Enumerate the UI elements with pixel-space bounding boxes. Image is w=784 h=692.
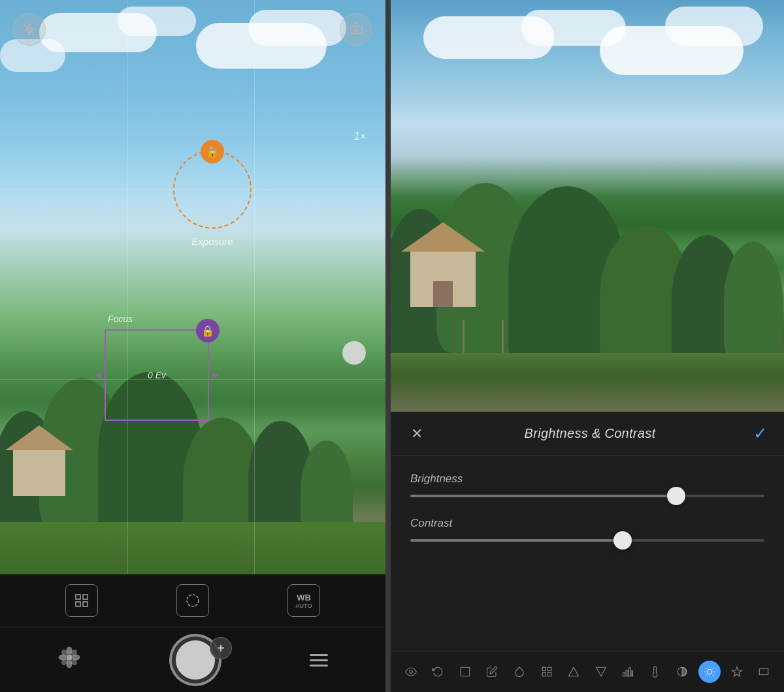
edit-icon-button[interactable] bbox=[481, 661, 503, 683]
color-icon-button[interactable] bbox=[508, 661, 531, 683]
brightness-row: Brightness bbox=[410, 472, 764, 497]
panel-divider bbox=[385, 0, 391, 692]
svg-rect-27 bbox=[632, 671, 633, 676]
temperature-icon-button[interactable] bbox=[644, 661, 666, 683]
svg-line-36 bbox=[706, 675, 706, 676]
flip-camera-button[interactable] bbox=[340, 13, 372, 46]
zoom-label: 1× bbox=[354, 131, 366, 142]
border-icon-button[interactable] bbox=[753, 661, 775, 683]
camera-scene bbox=[0, 0, 385, 574]
eye-icon-button[interactable] bbox=[400, 661, 422, 683]
focus-lock-icon: 🔒 bbox=[196, 319, 220, 342]
brightness-icon-button[interactable] bbox=[698, 661, 721, 683]
svg-rect-5 bbox=[83, 602, 88, 606]
focus-arrow-left: ◄ bbox=[93, 369, 103, 381]
sharpen-icon-button[interactable] bbox=[726, 661, 748, 683]
photo-preview bbox=[391, 0, 784, 412]
shutter-inner bbox=[176, 640, 215, 680]
gradient-icon-button[interactable] bbox=[590, 661, 612, 683]
brightness-thumb[interactable] bbox=[667, 487, 685, 505]
exposure-mode-button[interactable] bbox=[176, 584, 209, 617]
brightness-fill bbox=[410, 495, 676, 497]
exposure-label: Exposure bbox=[191, 236, 233, 247]
contrast-label: Contrast bbox=[410, 517, 764, 530]
svg-point-1 bbox=[354, 28, 358, 32]
edit-panel: ✕ Brightness & Contrast ✓ Brightness Con… bbox=[385, 0, 784, 692]
preview-tree-6 bbox=[724, 242, 783, 359]
svg-rect-18 bbox=[542, 667, 546, 670]
brightness-label: Brightness bbox=[410, 472, 764, 486]
svg-rect-19 bbox=[547, 667, 551, 670]
brightness-contrast-panel: ✕ Brightness & Contrast ✓ Brightness Con… bbox=[391, 412, 784, 692]
svg-point-6 bbox=[187, 595, 199, 606]
exposure-control[interactable]: 🔒 Exposure bbox=[173, 150, 252, 229]
exposure-lock-icon: 🔒 bbox=[201, 140, 224, 163]
contrast-fill bbox=[410, 539, 623, 542]
svg-rect-2 bbox=[76, 595, 80, 599]
focus-control[interactable]: Focus 🔒 0 Ev ◄ ► bbox=[105, 314, 209, 421]
edit-header: ✕ Brightness & Contrast ✓ bbox=[391, 412, 784, 456]
contrast-row: Contrast bbox=[410, 517, 764, 542]
close-button[interactable]: ✕ bbox=[407, 424, 427, 444]
vignette-icon-button[interactable] bbox=[563, 661, 585, 683]
svg-rect-24 bbox=[623, 673, 625, 676]
right-content: ✕ Brightness & Contrast ✓ Brightness Con… bbox=[391, 0, 784, 692]
confirm-button[interactable]: ✓ bbox=[753, 423, 768, 444]
plus-button[interactable]: + bbox=[210, 637, 232, 659]
camera-viewfinder: 1× 🔒 Exposure Focus 🔒 0 Ev ◄ ► bbox=[0, 0, 385, 692]
svg-marker-23 bbox=[596, 667, 606, 676]
svg-rect-26 bbox=[629, 668, 631, 676]
contrast-thumb[interactable] bbox=[613, 531, 632, 550]
flash-button[interactable] bbox=[13, 13, 46, 46]
preview-house-body bbox=[410, 252, 476, 307]
svg-marker-22 bbox=[569, 667, 579, 676]
focus-box: 🔒 0 Ev ◄ ► bbox=[105, 329, 209, 421]
invert-icon-button[interactable] bbox=[671, 661, 693, 683]
exposure-slider-dot[interactable] bbox=[342, 341, 366, 365]
preview-cloud-4 bbox=[665, 7, 763, 46]
rotate-icon-button[interactable] bbox=[427, 661, 449, 683]
bottom-toolbar: WB AUTO + bbox=[0, 574, 385, 692]
panel-title: Brightness & Contrast bbox=[525, 426, 656, 441]
svg-point-16 bbox=[410, 670, 413, 674]
camera-modes: WB AUTO bbox=[0, 574, 385, 627]
sliders-area: Brightness Contrast bbox=[391, 456, 784, 651]
svg-rect-21 bbox=[542, 673, 546, 676]
svg-rect-25 bbox=[626, 670, 628, 676]
svg-rect-3 bbox=[83, 595, 88, 599]
svg-rect-17 bbox=[461, 667, 470, 676]
svg-point-29 bbox=[707, 669, 712, 674]
lawn bbox=[0, 522, 385, 574]
brightness-track[interactable] bbox=[410, 495, 764, 497]
focus-mode-button[interactable] bbox=[65, 584, 98, 617]
macro-button[interactable] bbox=[57, 646, 81, 674]
preview-ground bbox=[391, 353, 784, 412]
svg-line-37 bbox=[713, 668, 713, 668]
house-roof bbox=[5, 425, 73, 450]
mosaic-icon-button[interactable] bbox=[536, 661, 558, 683]
svg-rect-4 bbox=[76, 602, 80, 606]
svg-rect-20 bbox=[547, 673, 551, 676]
svg-line-33 bbox=[713, 675, 713, 676]
camera-actions: + bbox=[0, 627, 385, 692]
house-body bbox=[13, 450, 65, 496]
crop-icon-button[interactable] bbox=[454, 661, 476, 683]
svg-line-32 bbox=[706, 668, 706, 668]
wb-mode-button[interactable]: WB AUTO bbox=[287, 584, 320, 617]
focus-label: Focus bbox=[108, 314, 209, 324]
bottom-icons-bar bbox=[391, 651, 784, 692]
svg-rect-38 bbox=[759, 669, 768, 675]
focus-arrow-right: ► bbox=[210, 369, 221, 381]
preview-house-door bbox=[433, 281, 453, 307]
ev-value: 0 Ev bbox=[148, 370, 166, 380]
contrast-track[interactable] bbox=[410, 539, 764, 542]
top-controls bbox=[13, 13, 372, 46]
histogram-icon-button[interactable] bbox=[617, 661, 639, 683]
exposure-ring: 🔒 bbox=[173, 150, 252, 229]
menu-button[interactable] bbox=[310, 654, 328, 667]
preview-house-roof bbox=[401, 222, 485, 252]
